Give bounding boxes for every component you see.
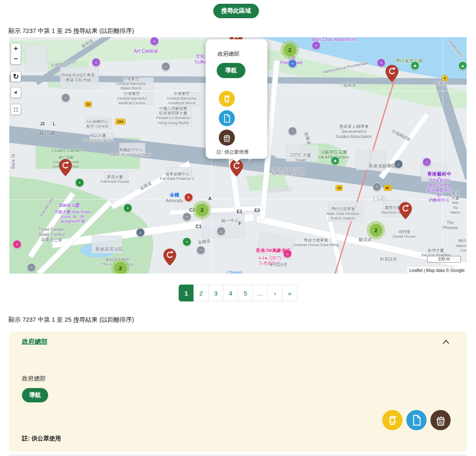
page-next[interactable]: › [267, 285, 283, 301]
map-building [421, 164, 447, 182]
map-poi-icon: ⌂ [92, 58, 101, 67]
popup-note: 註: 供公眾使用 [217, 149, 248, 155]
map-building [60, 67, 99, 89]
marker-cluster[interactable]: 3 [193, 201, 211, 219]
marker-cluster[interactable]: 2 [280, 41, 299, 59]
basket-recycling-icon [430, 410, 451, 430]
map-poi-icon: − [27, 263, 36, 272]
page-2[interactable]: 2 [193, 285, 209, 301]
popup-navigate-button[interactable]: 導航 [217, 63, 245, 78]
route-shield: 10 [335, 185, 343, 191]
map-poi-icon: ▪ [13, 240, 22, 249]
map-poi-icon: − [182, 212, 191, 221]
map-building [174, 92, 200, 107]
zoom-out-button[interactable]: − [11, 54, 21, 65]
basket-recycling-icon [219, 130, 235, 146]
map-building [356, 150, 386, 170]
search-this-area-button[interactable]: 搜尋此區域 [213, 4, 259, 18]
map-poi-icon: ⌂ [283, 249, 292, 258]
map-poi-icon: ▪ [312, 41, 321, 50]
result-navigate-button[interactable]: 導航 [22, 388, 48, 402]
map-building [86, 117, 112, 129]
route-shield: 10 [84, 101, 92, 107]
reload-button[interactable]: ↻ [11, 71, 21, 82]
map-poi-icon: − [196, 246, 205, 255]
map-marker-pin[interactable] [399, 202, 412, 220]
map-poi-icon: ▪ [150, 37, 159, 46]
map[interactable]: 1010A109C4 隆和道Edinburgh PlArt Central文化 … [9, 37, 467, 274]
zoom-in-button[interactable]: + [11, 43, 21, 54]
popup-title: 政府總部 [218, 50, 239, 58]
route-shield: 10A [115, 119, 125, 125]
map-poi-icon: ▪ [75, 178, 84, 187]
map-poi-icon: ⌂ [394, 160, 403, 168]
popup-facility-icons [219, 91, 235, 146]
collapse-chevron-icon[interactable] [441, 337, 452, 347]
map-poi-icon: ▪ [377, 58, 386, 67]
popup-pointer [232, 158, 241, 163]
map-poi-icon: − [161, 62, 170, 71]
map-poi-icon: ▲ [458, 61, 467, 70]
next-result-card-edge [9, 454, 467, 456]
map-building [166, 167, 192, 179]
map-marker-pin[interactable] [59, 159, 72, 176]
map-poi-icon: ⌂ [217, 227, 226, 236]
page-1[interactable]: 1 [179, 285, 194, 301]
map-poi-icon: ♣ [331, 156, 340, 165]
map-poi-icon: ♣ [411, 61, 419, 70]
tile-seam [443, 37, 443, 274]
route-shield: 9C [384, 185, 392, 191]
paper-recycling-icon [406, 410, 427, 430]
map-building [161, 108, 192, 127]
pagination: 12345…›» [0, 285, 476, 301]
fullscreen-button[interactable] [11, 104, 21, 115]
map-poi-icon: ▪ [288, 59, 297, 68]
result-title-link[interactable]: 政府總部 [22, 338, 47, 346]
map-building [123, 77, 154, 90]
tile-seam [9, 199, 467, 200]
can-recycling-icon [219, 91, 235, 107]
map-marker-pin[interactable] [163, 248, 177, 266]
page-4[interactable]: 4 [223, 285, 238, 301]
route-shield: 4 [442, 75, 448, 81]
map-building [328, 202, 363, 222]
result-facility-icons [382, 410, 451, 430]
result-note: 註: 供公眾使用 [22, 435, 61, 442]
result-facility-name: 政府總部 [22, 375, 46, 383]
map-marker-pin[interactable] [385, 65, 399, 82]
page-5[interactable]: 5 [238, 285, 253, 301]
map-scale-bar: 100 m [427, 256, 461, 263]
page-ellipsis[interactable]: … [253, 285, 268, 301]
map-poi-icon: − [288, 127, 297, 136]
map-poi-icon: ▪ [182, 237, 191, 246]
map-building [104, 171, 128, 182]
map-poi-icon: − [373, 182, 381, 191]
results-summary-top: 顯示 7237 中第 1 至 25 搜尋結果 (以距離排序) [8, 27, 134, 35]
map-poi-icon: ⌂ [422, 157, 431, 166]
map-building [286, 145, 318, 162]
map-building [123, 92, 154, 105]
map-building [119, 143, 145, 155]
page-last[interactable]: » [282, 285, 297, 301]
map-poi-icon: ⌂ [136, 228, 145, 237]
paper-recycling-icon [219, 110, 235, 126]
map-popup: 政府總部 導航 註: 供公眾使用 [206, 39, 267, 159]
map-building [90, 132, 114, 141]
map-poi-icon: − [61, 93, 70, 102]
marker-cluster[interactable]: 2 [367, 221, 385, 239]
locate-button[interactable] [11, 87, 21, 98]
map-building [92, 236, 122, 253]
map-building [25, 45, 48, 72]
results-summary-bottom: 顯示 7237 中第 1 至 25 搜尋結果 (以距離排序) [8, 316, 134, 324]
page-3[interactable]: 3 [208, 285, 223, 301]
can-recycling-icon [382, 410, 403, 430]
result-card: 政府總部 政府總部 導航 註: 供公眾使用 [9, 331, 467, 452]
map-attribution: Leaflet | Map data © Google [407, 267, 467, 274]
map-poi-icon: ▪ [123, 204, 132, 212]
map-poi-icon: × [184, 193, 193, 202]
